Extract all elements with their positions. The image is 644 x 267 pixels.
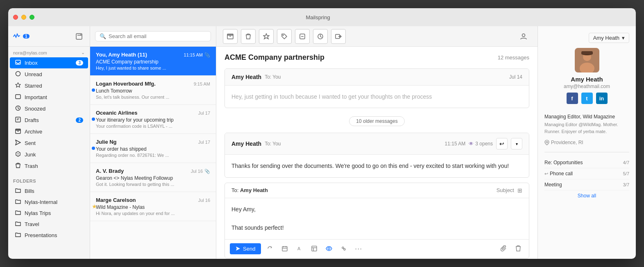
email-item-1[interactable]: You, Amy Heath (11) 11:15 AM📎 ACME Compa… xyxy=(90,47,216,76)
folder-label-presentations: Presentations xyxy=(25,232,57,238)
archive-button[interactable] xyxy=(223,29,238,44)
svg-point-16 xyxy=(18,155,18,156)
sidebar-item-starred[interactable]: Starred xyxy=(10,80,88,91)
sidebar-item-junk[interactable]: Junk xyxy=(10,149,88,160)
email-item-header-2: Logan Hoverboard Mfg. 9:15 AM xyxy=(96,81,210,87)
contact-bio: Managing Editor @WildMag. Mother. Runner… xyxy=(544,121,629,135)
folder-icon-travel xyxy=(15,221,21,227)
related-thread-0[interactable]: Re: Opportunities 4/7 xyxy=(544,157,629,168)
tag-button[interactable] xyxy=(277,29,292,44)
junk-icon xyxy=(15,151,21,158)
related-thread-2[interactable]: Meeting 3/7 xyxy=(544,179,629,190)
template-button[interactable] xyxy=(308,243,320,254)
email-preview-5: Got it. Looking forward to getting this … xyxy=(96,182,210,187)
move-button[interactable] xyxy=(331,29,346,44)
email-item-3[interactable]: Oceanic Airlines Jul 17 Your itinerary f… xyxy=(90,105,216,134)
older-messages-button[interactable]: 10 older messages xyxy=(349,116,404,126)
unread-dot-2 xyxy=(92,88,95,92)
starred-icon xyxy=(15,82,21,89)
more-compose-button[interactable]: ··· xyxy=(353,243,364,254)
twitter-button[interactable]: t xyxy=(581,93,593,104)
more-actions-button[interactable]: ▾ xyxy=(511,138,522,149)
message-date-1: Jul 14 xyxy=(509,74,522,80)
sidebar-item-archive[interactable]: Archive xyxy=(10,126,88,137)
message-meta-2: 11:15 AM 👁 3 opens ↩ ▾ xyxy=(445,138,522,149)
tracking-eye-button[interactable] xyxy=(323,243,335,254)
sidebar-label-archive: Archive xyxy=(25,129,42,135)
related-thread-1[interactable]: ↩Phone call 5/7 xyxy=(544,168,629,179)
sidebar-item-drafts[interactable]: Drafts2 xyxy=(10,115,88,126)
related-threads-list: Re: Opportunities 4/7 ↩Phone call 5/7 Me… xyxy=(544,157,629,190)
app-window: Mailspring 1 xyxy=(8,8,636,259)
badge-drafts: 2 xyxy=(76,118,83,123)
contact-header: Amy Heath ▾ xyxy=(544,33,629,43)
badge-inbox: 3 xyxy=(76,60,83,66)
nav-items: Inbox3UnreadStarredImportantSnoozedDraft… xyxy=(8,57,90,172)
email-item-2[interactable]: Logan Hoverboard Mfg. 9:15 AM Lunch Tomo… xyxy=(90,76,216,105)
sidebar-item-important[interactable]: Important xyxy=(10,92,88,103)
show-all-button[interactable]: Show all xyxy=(544,190,629,201)
folder-icon-nylas-internal xyxy=(15,199,21,205)
reply-to-field[interactable]: To: Amy Heath xyxy=(231,187,268,193)
template-icon xyxy=(311,246,317,251)
search-input[interactable] xyxy=(109,33,206,39)
email-item-6[interactable]: ★ Marge Carelson Jul 16 Wild Magazine - … xyxy=(90,192,216,221)
folder-item-presentations[interactable]: Presentations xyxy=(10,230,88,240)
email-time-2: 9:15 AM xyxy=(194,81,210,86)
folder-item-nylas-trips[interactable]: Nylas Trips xyxy=(10,208,88,218)
sidebar-item-sent[interactable]: Sent xyxy=(10,138,88,149)
discard-draft-button[interactable] xyxy=(264,243,276,254)
sidebar: 1 nora@nylas.com ⌄ Inbox3UnreadStarredIm… xyxy=(8,26,90,259)
email-subject-4: Your order has shipped xyxy=(96,146,210,152)
starred-icon-6: ★ xyxy=(92,203,97,210)
message-header-2: Amy Heath To: You 11:15 AM 👁 3 opens ↩ ▾ xyxy=(225,133,529,155)
email-list: You, Amy Heath (11) 11:15 AM📎 ACME Compa… xyxy=(90,47,216,259)
sidebar-item-inbox[interactable]: Inbox3 xyxy=(10,57,88,68)
activity-icon xyxy=(13,33,20,40)
svg-marker-28 xyxy=(236,247,240,251)
email-subject-5: Gearon <> Nylas Meeting Followup xyxy=(96,175,210,181)
thread-count-1: 5/7 xyxy=(623,171,629,176)
archive-icon xyxy=(227,33,234,40)
older-messages-area: 10 older messages xyxy=(224,113,529,129)
email-item-header-3: Oceanic Airlines Jul 17 xyxy=(96,110,210,116)
email-item-header-4: Julie Ng Jul 17 xyxy=(96,139,210,145)
font-button[interactable]: A xyxy=(294,243,305,254)
clock-button[interactable] xyxy=(313,29,328,44)
folder-item-travel[interactable]: Travel xyxy=(10,219,88,229)
account-email: nora@nylas.com xyxy=(13,50,47,55)
expand-icon[interactable]: ⌄ xyxy=(81,50,85,55)
link-button[interactable] xyxy=(338,243,349,254)
compose-button[interactable] xyxy=(73,31,85,42)
contact-name-button[interactable]: Amy Heath ▾ xyxy=(589,33,629,43)
folder-item-bills[interactable]: Bills xyxy=(10,186,88,196)
mark-button[interactable] xyxy=(295,29,310,44)
message-to-1: To: You xyxy=(265,74,281,80)
facebook-button[interactable]: f xyxy=(567,93,578,104)
send-button[interactable]: Send xyxy=(230,243,261,254)
message-card-2: Amy Heath To: You 11:15 AM 👁 3 opens ↩ ▾ xyxy=(224,133,529,177)
sidebar-item-trash[interactable]: Trash xyxy=(10,161,88,172)
profile-button[interactable] xyxy=(516,29,531,44)
linkedin-button[interactable]: in xyxy=(596,93,608,104)
reply-button[interactable]: ↩ xyxy=(496,138,508,149)
search-wrapper: 🔍 xyxy=(95,31,211,41)
attach-button[interactable] xyxy=(498,243,509,254)
trash-button[interactable] xyxy=(241,29,256,44)
folder-item-nylas-internal[interactable]: Nylas-Internal xyxy=(10,197,88,207)
expand-compose-button[interactable]: ⊞ xyxy=(517,187,522,194)
reply-body[interactable]: Hey Amy, That sounds perfect! xyxy=(225,198,529,239)
reply-compose: To: Amy Heath Subject ⊞ Hey Amy, That so… xyxy=(224,183,529,258)
email-item-4[interactable]: Julie Ng Jul 17 Your order has shipped R… xyxy=(90,134,216,163)
attachment-icon-5: 📎 xyxy=(204,169,210,174)
delete-compose-button[interactable] xyxy=(512,243,524,254)
star-button[interactable] xyxy=(259,29,274,44)
sidebar-item-snoozed[interactable]: Snoozed xyxy=(10,103,88,114)
discard-icon xyxy=(267,246,273,251)
folder-icon-nylas-trips xyxy=(15,210,21,216)
sidebar-item-unread[interactable]: Unread xyxy=(10,69,88,80)
email-item-5[interactable]: A. V. Brady Jul 16📎 Gearon <> Nylas Meet… xyxy=(90,163,216,192)
folder-icon-presentations xyxy=(15,232,21,238)
schedule-button[interactable] xyxy=(279,243,290,254)
trash-icon xyxy=(245,33,252,40)
